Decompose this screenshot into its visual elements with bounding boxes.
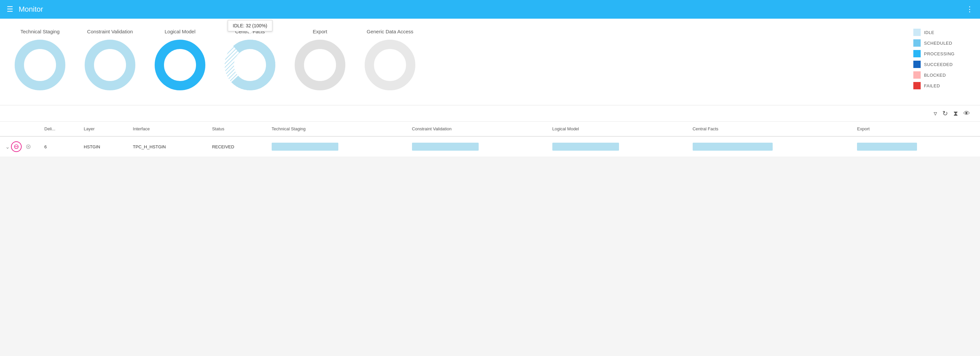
col-constraint-validation: Constraint Validation	[407, 122, 547, 136]
donut-generic-data-access	[363, 38, 417, 92]
donut-central-facts: IDLE: 32 (100%)	[223, 38, 277, 92]
col-interface: Interface	[128, 122, 207, 136]
svg-point-3	[97, 52, 123, 78]
row-constraint-validation-progress	[407, 136, 547, 157]
donut-constraint-validation	[83, 38, 137, 92]
table-header: Deli... Layer Interface Status Technical…	[0, 122, 980, 136]
row-technical-staging-progress	[266, 136, 407, 157]
legend-label-failed: FAILED	[924, 83, 940, 88]
app-title: Monitor	[19, 5, 43, 14]
filter-icon[interactable]: ▿	[934, 109, 937, 117]
header-left: ☰ Monitor	[7, 5, 43, 14]
legend-item-scheduled: SCHEDULED	[913, 39, 967, 47]
col-actions	[0, 122, 39, 136]
table-body: ⌄	[0, 136, 980, 157]
chart-technical-staging: Technical Staging	[13, 29, 67, 92]
chart-constraint-validation: Constraint Validation	[83, 29, 137, 92]
legend-label-idle: IDLE	[924, 30, 934, 35]
legend-item-processing: PROCESSING	[913, 50, 967, 57]
refresh-icon[interactable]: ↻	[942, 109, 948, 117]
svg-point-9	[237, 52, 263, 78]
svg-point-11	[307, 52, 333, 78]
legend-color-failed	[913, 82, 921, 89]
table-section: ▿ ↻ ⧗ 👁︎ Deli... Layer Interface Status	[0, 105, 980, 157]
progress-technical-staging	[272, 143, 338, 151]
more-options-icon[interactable]: ⋮	[966, 5, 973, 14]
history-icon[interactable]: ⧗	[953, 110, 958, 117]
data-table: Deli... Layer Interface Status Technical…	[0, 122, 980, 157]
legend-color-succeeded	[913, 61, 921, 68]
col-logical-model: Logical Model	[547, 122, 687, 136]
chart-label-logical-model: Logical Model	[165, 29, 196, 34]
cancel-button[interactable]	[11, 141, 22, 152]
chart-label-generic-data-access: Generic Data Access	[367, 29, 413, 34]
legend: IDLE SCHEDULED PROCESSING SUCCEEDED BLOC…	[913, 29, 967, 89]
table-header-row: Deli... Layer Interface Status Technical…	[0, 122, 980, 136]
row-actions-cell: ⌄	[0, 136, 39, 157]
progress-central-facts	[693, 143, 773, 151]
dismiss-button[interactable]	[23, 141, 33, 152]
chart-label-central-facts: Central Facts	[235, 29, 265, 34]
legend-label-succeeded: SUCCEEDED	[924, 62, 953, 67]
chart-generic-data-access: Generic Data Access	[363, 29, 417, 92]
donut-export	[293, 38, 347, 92]
app-header: ☰ Monitor ⋮	[0, 0, 980, 19]
col-export: Export	[852, 122, 980, 136]
row-expand-icon[interactable]: ⌄	[5, 144, 10, 150]
col-central-facts: Central Facts	[687, 122, 852, 136]
chart-export: Export	[293, 29, 347, 92]
legend-item-failed: FAILED	[913, 82, 967, 89]
row-export-progress	[852, 136, 980, 157]
chart-logical-model: Logical Model	[153, 29, 207, 92]
svg-point-13	[377, 52, 403, 78]
donut-technical-staging	[13, 38, 67, 92]
chart-label-export: Export	[313, 29, 327, 34]
col-technical-staging: Technical Staging	[266, 122, 407, 136]
chart-label-constraint-validation: Constraint Validation	[87, 29, 133, 34]
chart-label-technical-staging: Technical Staging	[20, 29, 60, 34]
legend-color-processing	[913, 50, 921, 57]
chart-central-facts: Central Facts IDLE: 32 (100%)	[223, 29, 277, 92]
row-actions: ⌄	[5, 141, 33, 152]
legend-color-idle	[913, 29, 921, 36]
legend-color-scheduled	[913, 39, 921, 47]
col-deli: Deli...	[39, 122, 78, 136]
row-layer: HSTGIN	[78, 136, 127, 157]
charts-section: Technical Staging Constraint Validation …	[0, 19, 980, 105]
charts-row: Technical Staging Constraint Validation …	[13, 29, 900, 92]
hide-icon[interactable]: 👁︎	[963, 110, 970, 117]
row-logical-model-progress	[547, 136, 687, 157]
legend-label-scheduled: SCHEDULED	[924, 41, 952, 46]
donut-logical-model	[153, 38, 207, 92]
row-deli: 6	[39, 136, 78, 157]
col-layer: Layer	[78, 122, 127, 136]
row-status: RECEIVED	[207, 136, 266, 157]
row-interface: TPC_H_HSTGIN	[128, 136, 207, 157]
table-row: ⌄	[0, 136, 980, 157]
tooltip-text: IDLE: 32 (100%)	[233, 23, 267, 28]
table-toolbar: ▿ ↻ ⧗ 👁︎	[0, 105, 980, 122]
legend-color-blocked	[913, 72, 921, 79]
progress-logical-model	[552, 143, 619, 151]
col-status: Status	[207, 122, 266, 136]
row-central-facts-progress	[687, 136, 852, 157]
svg-point-1	[27, 52, 53, 78]
hamburger-icon[interactable]: ☰	[7, 5, 13, 14]
legend-label-blocked: BLOCKED	[924, 73, 946, 78]
progress-export	[857, 143, 917, 151]
legend-label-processing: PROCESSING	[924, 51, 955, 56]
progress-constraint-validation	[412, 143, 479, 151]
legend-item-blocked: BLOCKED	[913, 72, 967, 79]
legend-item-succeeded: SUCCEEDED	[913, 61, 967, 68]
legend-item-idle: IDLE	[913, 29, 967, 36]
svg-point-5	[167, 52, 193, 78]
